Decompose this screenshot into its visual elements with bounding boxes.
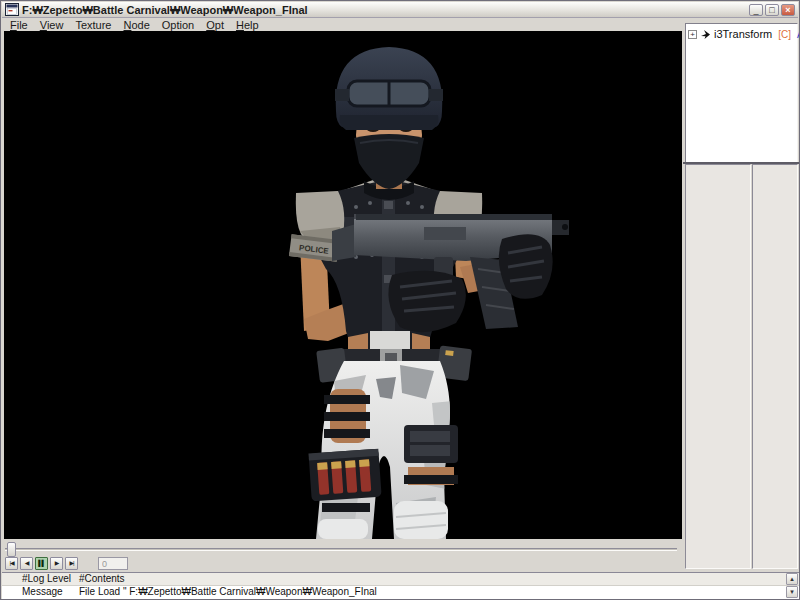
log-row[interactable]: Message File Load " F:₩Zepetto₩Battle Ca… bbox=[2, 586, 800, 600]
maximize-button[interactable]: □ bbox=[765, 4, 779, 16]
menu-item-help[interactable]: Help bbox=[230, 19, 265, 31]
menu-item-option[interactable]: Option bbox=[156, 19, 200, 31]
first-frame-button[interactable]: |◀ bbox=[5, 557, 18, 570]
character-model: POLICE bbox=[4, 31, 682, 539]
transform-node-icon bbox=[700, 29, 711, 40]
tree-node-i3transform[interactable]: + i3Transform [C] AxisRotate bbox=[688, 28, 795, 40]
title-bar[interactable]: F:₩Zepetto₩Battle Carnival₩Weapon₩Weapon… bbox=[2, 2, 798, 18]
log-header-row: #Log Level #Contents bbox=[2, 573, 800, 586]
log-row-level: Message bbox=[2, 586, 72, 600]
log-row-contents: File Load " F:₩Zepetto₩Battle Carnival₩W… bbox=[72, 586, 800, 600]
tree-node-tag: [C] bbox=[778, 29, 791, 40]
timeline-thumb[interactable] bbox=[7, 542, 16, 557]
close-button[interactable]: × bbox=[781, 4, 795, 16]
window-title: F:₩Zepetto₩Battle Carnival₩Weapon₩Weapon… bbox=[22, 4, 746, 16]
tree-node-label: i3Transform bbox=[714, 28, 772, 40]
menu-item-texture[interactable]: Texture bbox=[69, 19, 117, 31]
playback-controls: |◀ ◀ ▌▌ ▶ ▶| bbox=[5, 557, 128, 570]
log-column-level: #Log Level bbox=[2, 573, 72, 585]
log-panel: #Log Level #Contents Message File Load "… bbox=[2, 572, 800, 599]
frame-number-field[interactable] bbox=[98, 557, 128, 570]
menu-item-node[interactable]: Node bbox=[117, 19, 155, 31]
prev-frame-button[interactable]: ◀ bbox=[20, 557, 33, 570]
last-frame-button[interactable]: ▶| bbox=[65, 557, 78, 570]
timeline-track[interactable] bbox=[5, 548, 677, 551]
timeline-bar: |◀ ◀ ▌▌ ▶ ▶| bbox=[2, 539, 682, 572]
list-panel-left bbox=[685, 164, 751, 569]
next-frame-button[interactable]: ▶ bbox=[50, 557, 63, 570]
scene-tree-panel: + i3Transform [C] AxisRotate bbox=[685, 23, 798, 163]
menu-bar: FileViewTextureNodeOptionOptHelp bbox=[4, 18, 682, 31]
menu-item-view[interactable]: View bbox=[34, 19, 70, 31]
log-scroll-up-icon[interactable]: ▴ bbox=[786, 573, 798, 585]
log-scroll-down-icon[interactable]: ▾ bbox=[786, 586, 798, 598]
list-panel-right bbox=[752, 164, 798, 569]
viewport-3d[interactable]: POLICE bbox=[4, 31, 682, 539]
pause-button[interactable]: ▌▌ bbox=[35, 557, 48, 570]
log-column-contents: #Contents bbox=[72, 573, 800, 585]
menu-item-opt[interactable]: Opt bbox=[200, 19, 230, 31]
tree-expand-icon[interactable]: + bbox=[688, 30, 697, 39]
minimize-button[interactable]: _ bbox=[749, 4, 763, 16]
menu-item-file[interactable]: File bbox=[4, 19, 34, 31]
app-window: F:₩Zepetto₩Battle Carnival₩Weapon₩Weapon… bbox=[0, 0, 800, 600]
app-icon bbox=[5, 3, 19, 16]
